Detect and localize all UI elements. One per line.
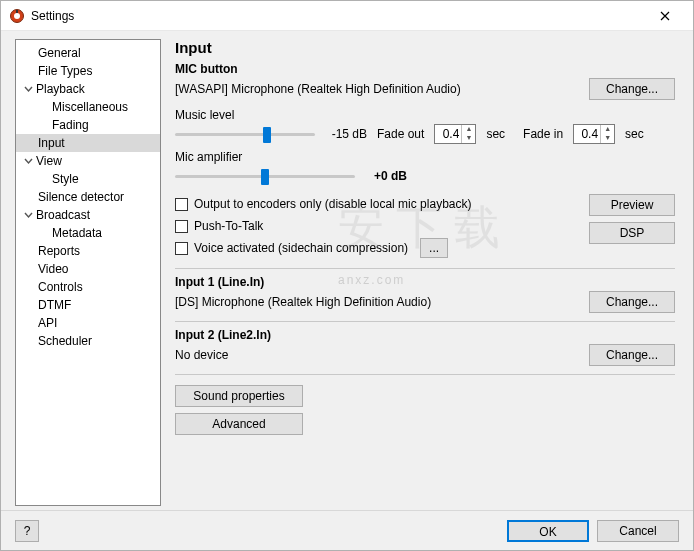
fade-in-unit: sec xyxy=(625,127,644,141)
voice-activated-options-button[interactable]: ... xyxy=(420,238,448,258)
dialog-footer: ? OK Cancel xyxy=(1,510,693,550)
fade-in-input[interactable] xyxy=(574,125,600,143)
input1-change-button[interactable]: Change... xyxy=(589,291,675,313)
sidebar-item-view[interactable]: View xyxy=(16,152,160,170)
sidebar-item-label: DTMF xyxy=(36,298,71,312)
sound-properties-button[interactable]: Sound properties xyxy=(175,385,303,407)
sidebar-item-label: Playback xyxy=(34,82,85,96)
sidebar-item-label: Video xyxy=(36,262,68,276)
window-title: Settings xyxy=(31,9,645,23)
input1-title: Input 1 (Line.In) xyxy=(175,275,675,289)
mic-section-title: MIC button xyxy=(175,62,675,76)
sidebar-item-fading[interactable]: Fading xyxy=(16,116,160,134)
ok-button[interactable]: OK xyxy=(507,520,589,542)
sidebar-item-label: Broadcast xyxy=(34,208,90,222)
input2-device-text: No device xyxy=(175,348,581,362)
divider xyxy=(175,374,675,375)
input2-change-button[interactable]: Change... xyxy=(589,344,675,366)
sidebar-item-label: View xyxy=(34,154,62,168)
titlebar: Settings xyxy=(1,1,693,31)
fade-in-spinner[interactable]: ▲▼ xyxy=(573,124,615,144)
sidebar-item-miscellaneous[interactable]: Miscellaneous xyxy=(16,98,160,116)
mic-amp-label: Mic amplifier xyxy=(175,150,242,164)
sidebar-item-label: API xyxy=(36,316,57,330)
sidebar-item-video[interactable]: Video xyxy=(16,260,160,278)
sidebar-item-controls[interactable]: Controls xyxy=(16,278,160,296)
sidebar-item-label: Input xyxy=(36,136,65,150)
sidebar-item-silence-detector[interactable]: Silence detector xyxy=(16,188,160,206)
music-level-label: Music level xyxy=(175,108,234,122)
dsp-button[interactable]: DSP xyxy=(589,222,675,244)
chevron-down-icon[interactable]: ▼ xyxy=(601,134,614,143)
app-icon xyxy=(9,8,25,24)
sidebar-item-label: Fading xyxy=(50,118,89,132)
sidebar-item-file-types[interactable]: File Types xyxy=(16,62,160,80)
sidebar-item-label: Miscellaneous xyxy=(50,100,128,114)
sidebar-item-api[interactable]: API xyxy=(16,314,160,332)
fade-out-input[interactable] xyxy=(435,125,461,143)
sidebar-item-label: Metadata xyxy=(50,226,102,240)
divider xyxy=(175,321,675,322)
cancel-button[interactable]: Cancel xyxy=(597,520,679,542)
sidebar-item-label: Scheduler xyxy=(36,334,92,348)
input2-title: Input 2 (Line2.In) xyxy=(175,328,675,342)
music-level-slider[interactable] xyxy=(175,124,315,144)
sidebar-item-broadcast[interactable]: Broadcast xyxy=(16,206,160,224)
sidebar-item-style[interactable]: Style xyxy=(16,170,160,188)
sidebar-item-input[interactable]: Input xyxy=(16,134,160,152)
sidebar-item-label: Silence detector xyxy=(36,190,124,204)
chevron-down-icon xyxy=(22,157,34,166)
settings-window: Settings GeneralFile TypesPlaybackMiscel… xyxy=(0,0,694,551)
preview-button[interactable]: Preview xyxy=(589,194,675,216)
sidebar-item-label: File Types xyxy=(36,64,92,78)
mic-amp-value: +0 dB xyxy=(365,169,407,183)
sidebar-item-general[interactable]: General xyxy=(16,44,160,62)
sidebar-item-label: General xyxy=(36,46,81,60)
fade-out-label: Fade out xyxy=(377,127,424,141)
sidebar-item-label: Controls xyxy=(36,280,83,294)
svg-point-1 xyxy=(14,13,20,19)
sidebar-item-metadata[interactable]: Metadata xyxy=(16,224,160,242)
close-icon xyxy=(660,11,670,21)
chevron-down-icon xyxy=(22,211,34,220)
chevron-up-icon[interactable]: ▲ xyxy=(601,125,614,134)
music-level-value: -15 dB xyxy=(325,127,367,141)
main-panel: 安下载 anxz.com Input MIC button [WASAPI] M… xyxy=(171,39,679,506)
divider xyxy=(175,268,675,269)
input1-device-text: [DS] Microphone (Realtek High Definition… xyxy=(175,295,581,309)
page-heading: Input xyxy=(175,39,675,56)
chevron-down-icon xyxy=(22,85,34,94)
help-button[interactable]: ? xyxy=(15,520,39,542)
chevron-down-icon[interactable]: ▼ xyxy=(462,134,475,143)
voice-activated-checkbox[interactable] xyxy=(175,242,188,255)
output-encoders-label: Output to encoders only (disable local m… xyxy=(194,197,471,211)
ptt-checkbox[interactable] xyxy=(175,220,188,233)
chevron-up-icon[interactable]: ▲ xyxy=(462,125,475,134)
fade-out-unit: sec xyxy=(486,127,505,141)
advanced-button[interactable]: Advanced xyxy=(175,413,303,435)
sidebar-item-label: Style xyxy=(50,172,79,186)
fade-out-spinner[interactable]: ▲▼ xyxy=(434,124,476,144)
sidebar-item-scheduler[interactable]: Scheduler xyxy=(16,332,160,350)
svg-rect-2 xyxy=(16,10,18,13)
mic-amp-slider[interactable] xyxy=(175,166,355,186)
sidebar-tree[interactable]: GeneralFile TypesPlaybackMiscellaneousFa… xyxy=(15,39,161,506)
voice-activated-label: Voice activated (sidechain compression) xyxy=(194,241,408,255)
close-button[interactable] xyxy=(645,2,685,30)
mic-change-button[interactable]: Change... xyxy=(589,78,675,100)
sidebar-item-dtmf[interactable]: DTMF xyxy=(16,296,160,314)
sidebar-item-playback[interactable]: Playback xyxy=(16,80,160,98)
mic-device-text: [WASAPI] Microphone (Realtek High Defini… xyxy=(175,82,581,96)
output-encoders-checkbox[interactable] xyxy=(175,198,188,211)
sidebar-item-reports[interactable]: Reports xyxy=(16,242,160,260)
ptt-label: Push-To-Talk xyxy=(194,219,263,233)
fade-in-label: Fade in xyxy=(523,127,563,141)
sidebar-item-label: Reports xyxy=(36,244,80,258)
